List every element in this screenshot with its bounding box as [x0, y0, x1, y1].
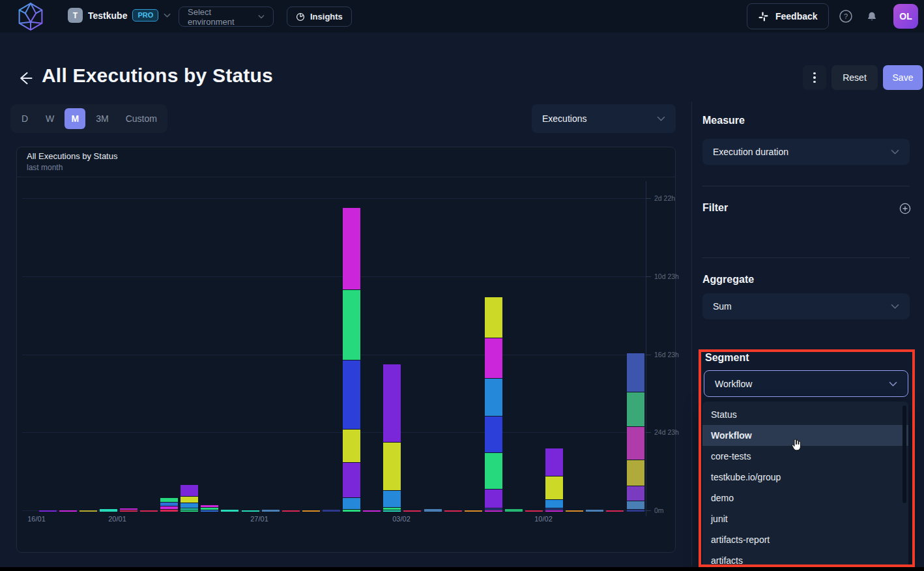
stacked-bar[interactable]: [59, 510, 77, 512]
bar-segment[interactable]: [485, 452, 502, 489]
bar-segment[interactable]: [485, 510, 502, 512]
stacked-bar[interactable]: [505, 508, 523, 512]
bar-segment[interactable]: [343, 207, 360, 289]
segment-option[interactable]: core-tests: [702, 446, 908, 467]
tab-month[interactable]: M: [65, 108, 85, 129]
bar-segment[interactable]: [39, 510, 57, 512]
measure-select[interactable]: Execution duration: [702, 139, 910, 165]
feedback-button[interactable]: Feedback: [747, 3, 829, 29]
stacked-bar[interactable]: [180, 484, 198, 512]
more-options-button[interactable]: [803, 65, 826, 90]
bar-segment[interactable]: [485, 338, 502, 378]
bar-segment[interactable]: [221, 509, 238, 512]
bar-segment[interactable]: [566, 510, 583, 512]
bar-segment[interactable]: [343, 289, 360, 360]
bar-segment[interactable]: [100, 508, 117, 512]
stacked-bar[interactable]: [120, 508, 137, 512]
bar-segment[interactable]: [444, 510, 462, 512]
insights-button[interactable]: Insights: [287, 7, 352, 27]
bar-segment[interactable]: [465, 510, 482, 512]
segment-option[interactable]: testkube.io/group: [702, 467, 908, 488]
stacked-bar[interactable]: [465, 510, 482, 512]
stacked-bar[interactable]: [444, 510, 462, 512]
save-button[interactable]: Save: [883, 65, 923, 90]
bar-segment[interactable]: [627, 392, 644, 426]
tab-3months[interactable]: 3M: [89, 108, 115, 129]
bar-segment[interactable]: [343, 509, 360, 512]
stacked-bar[interactable]: [424, 508, 442, 512]
bar-segment[interactable]: [201, 510, 218, 512]
stacked-bar[interactable]: [627, 353, 644, 512]
reset-button[interactable]: Reset: [831, 65, 878, 90]
bar-segment[interactable]: [627, 426, 644, 460]
tab-day[interactable]: D: [14, 108, 35, 129]
help-button[interactable]: ?: [838, 8, 854, 24]
stacked-bar[interactable]: [221, 509, 238, 512]
tab-week[interactable]: W: [39, 108, 61, 129]
bar-segment[interactable]: [627, 460, 644, 486]
bar-segment[interactable]: [586, 509, 603, 512]
stacked-bar[interactable]: [302, 510, 320, 512]
bar-segment[interactable]: [627, 509, 644, 512]
bar-segment[interactable]: [180, 496, 198, 503]
segment-option[interactable]: demo: [702, 488, 908, 508]
stacked-bar[interactable]: [545, 448, 563, 512]
bar-segment[interactable]: [160, 497, 178, 502]
bar-segment[interactable]: [505, 508, 523, 512]
chart-plot[interactable]: 2d 22h10d 23h16d 23h24d 23h0m16/0120/012…: [17, 147, 675, 552]
bar-segment[interactable]: [403, 510, 421, 512]
notifications-button[interactable]: [864, 8, 880, 24]
stacked-bar[interactable]: [323, 509, 340, 512]
org-switcher[interactable]: T Testkube PRO: [68, 8, 171, 23]
bar-segment[interactable]: [282, 510, 300, 512]
stacked-bar[interactable]: [606, 510, 624, 512]
stacked-bar[interactable]: [242, 510, 259, 512]
bar-segment[interactable]: [627, 353, 644, 392]
bar-segment[interactable]: [302, 510, 320, 512]
bar-segment[interactable]: [545, 476, 563, 499]
stacked-bar[interactable]: [100, 508, 117, 512]
bar-segment[interactable]: [343, 360, 360, 429]
environment-select[interactable]: Select environment: [179, 7, 274, 27]
bar-segment[interactable]: [485, 297, 502, 338]
bar-segment[interactable]: [485, 489, 502, 508]
bar-segment[interactable]: [180, 510, 198, 512]
bar-segment[interactable]: [383, 490, 401, 507]
stacked-bar[interactable]: [383, 364, 401, 512]
bar-segment[interactable]: [627, 486, 644, 501]
bar-segment[interactable]: [180, 484, 198, 496]
bar-segment[interactable]: [180, 503, 198, 508]
dropdown-scrollbar[interactable]: [902, 405, 906, 503]
stacked-bar[interactable]: [160, 497, 178, 512]
stacked-bar[interactable]: [586, 509, 603, 512]
testkube-logo-icon[interactable]: [17, 2, 44, 31]
stacked-bar[interactable]: [485, 297, 502, 512]
bar-segment[interactable]: [363, 510, 381, 512]
bar-segment[interactable]: [343, 497, 360, 509]
stacked-bar[interactable]: [140, 510, 158, 512]
stacked-bar[interactable]: [566, 510, 583, 512]
user-avatar[interactable]: OL: [893, 4, 918, 29]
bar-segment[interactable]: [627, 501, 644, 509]
bar-segment[interactable]: [545, 499, 563, 508]
stacked-bar[interactable]: [39, 510, 57, 512]
segment-option[interactable]: artifacts: [702, 550, 908, 568]
bar-segment[interactable]: [525, 510, 543, 512]
bar-segment[interactable]: [343, 462, 360, 497]
stacked-bar[interactable]: [525, 510, 543, 512]
aggregate-select[interactable]: Sum: [702, 293, 910, 319]
bar-segment[interactable]: [485, 378, 502, 416]
stacked-bar[interactable]: [282, 510, 300, 512]
add-filter-button[interactable]: [899, 203, 911, 214]
bar-segment[interactable]: [323, 509, 340, 512]
bar-segment[interactable]: [140, 510, 158, 512]
bar-segment[interactable]: [120, 510, 137, 512]
segment-option[interactable]: Status: [702, 404, 908, 425]
bar-segment[interactable]: [424, 508, 442, 512]
tab-custom[interactable]: Custom: [119, 108, 164, 129]
stacked-bar[interactable]: [363, 510, 381, 512]
bar-segment[interactable]: [485, 416, 502, 452]
bar-segment[interactable]: [79, 510, 97, 512]
segment-option[interactable]: junit: [702, 508, 908, 529]
bar-segment[interactable]: [383, 364, 401, 442]
